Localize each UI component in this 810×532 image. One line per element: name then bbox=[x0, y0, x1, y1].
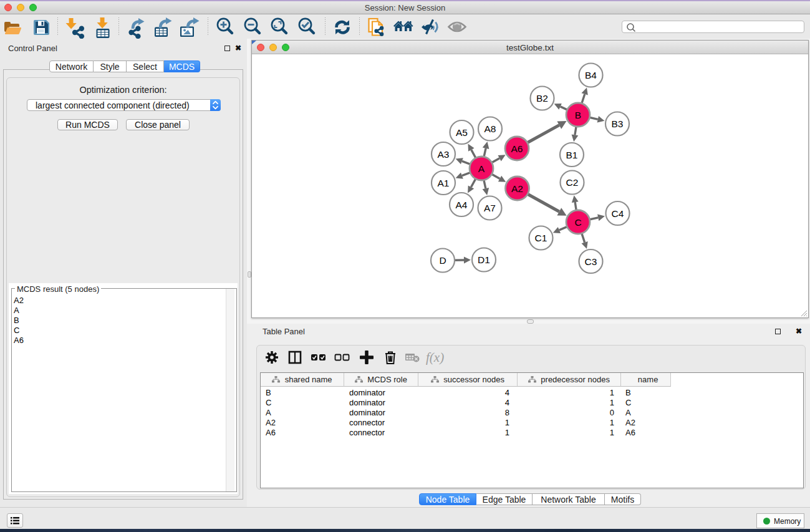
svg-text:A: A bbox=[478, 163, 485, 174]
svg-text:B3: B3 bbox=[612, 118, 624, 129]
svg-text:B2: B2 bbox=[536, 93, 548, 104]
svg-text:C4: C4 bbox=[612, 208, 624, 219]
svg-text:D: D bbox=[439, 255, 446, 266]
svg-text:A3: A3 bbox=[438, 149, 450, 160]
svg-text:A8: A8 bbox=[485, 123, 496, 134]
svg-text:A7: A7 bbox=[484, 203, 496, 213]
svg-text:B: B bbox=[575, 110, 581, 120]
svg-text:B4: B4 bbox=[585, 70, 597, 80]
svg-text:B1: B1 bbox=[566, 150, 578, 160]
svg-text:C2: C2 bbox=[566, 177, 579, 188]
svg-text:A6: A6 bbox=[511, 143, 523, 154]
svg-text:f(x): f(x) bbox=[426, 350, 444, 365]
svg-text:D1: D1 bbox=[478, 254, 490, 265]
svg-text:A2: A2 bbox=[511, 183, 523, 194]
svg-text:A4: A4 bbox=[456, 200, 468, 210]
svg-text:A5: A5 bbox=[456, 127, 468, 138]
svg-text:C1: C1 bbox=[535, 233, 547, 243]
svg-text:A1: A1 bbox=[438, 178, 450, 188]
svg-text:C: C bbox=[574, 217, 581, 228]
svg-text:C3: C3 bbox=[585, 256, 597, 267]
